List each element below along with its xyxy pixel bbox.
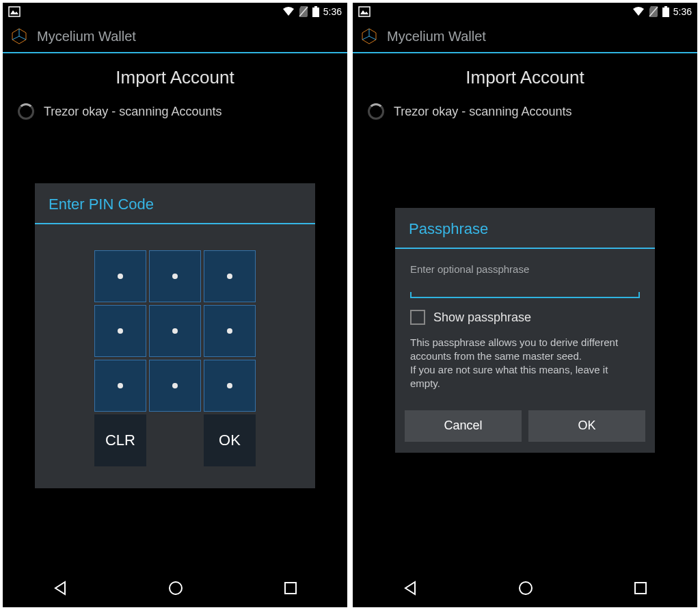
picture-icon	[358, 6, 371, 17]
scan-status-text: Trezor okay - scanning Accounts	[44, 105, 221, 119]
picture-icon	[8, 6, 21, 17]
back-button-icon[interactable]	[401, 579, 419, 597]
wifi-icon	[632, 7, 645, 16]
pin-keypad: CLR OK	[35, 231, 315, 475]
battery-icon	[662, 6, 669, 17]
svg-rect-4	[312, 8, 319, 17]
ok-button[interactable]: OK	[528, 410, 645, 442]
phone-screen-pin: 5:36 Mycelium Wallet Import Account Trez…	[3, 3, 347, 607]
app-logo-icon	[10, 27, 29, 46]
show-passphrase-label: Show passphrase	[433, 309, 531, 326]
no-sim-icon	[649, 6, 658, 17]
pin-key-7[interactable]	[94, 250, 146, 302]
recents-button-icon[interactable]	[282, 580, 299, 596]
page-body: Import Account Trezor okay - scanning Ac…	[353, 53, 697, 569]
svg-rect-16	[662, 8, 669, 17]
svg-line-20	[369, 36, 376, 40]
svg-line-19	[362, 36, 369, 40]
svg-marker-1	[10, 10, 18, 14]
battery-icon	[312, 6, 319, 17]
page-title: Import Account	[362, 67, 688, 88]
pin-key-5[interactable]	[149, 305, 201, 357]
cancel-button[interactable]: Cancel	[405, 410, 522, 442]
wifi-icon	[282, 7, 295, 16]
pin-key-6[interactable]	[204, 305, 256, 357]
svg-rect-0	[9, 7, 20, 16]
progress-spinner-icon	[368, 103, 384, 120]
scan-status-row: Trezor okay - scanning Accounts	[12, 103, 338, 120]
svg-marker-9	[55, 582, 65, 594]
home-button-icon[interactable]	[167, 579, 185, 597]
clock-text: 5:36	[673, 6, 692, 17]
svg-point-10	[170, 582, 182, 594]
pin-key-4[interactable]	[94, 305, 146, 357]
svg-rect-3	[314, 6, 317, 8]
status-bar: 5:36	[353, 3, 697, 21]
app-header: Mycelium Wallet	[3, 21, 347, 53]
pin-key-2[interactable]	[149, 360, 201, 412]
back-button-icon[interactable]	[51, 579, 69, 597]
pin-key-blank	[149, 414, 201, 466]
progress-spinner-icon	[18, 103, 34, 120]
android-navbar	[353, 569, 697, 607]
passphrase-dialog: Passphrase Enter optional passphrase Sho…	[395, 208, 655, 453]
svg-point-22	[520, 582, 532, 594]
svg-line-8	[19, 36, 26, 40]
app-title: Mycelium Wallet	[387, 29, 486, 44]
app-header: Mycelium Wallet	[353, 21, 697, 53]
status-bar: 5:36	[3, 3, 347, 21]
home-button-icon[interactable]	[517, 579, 535, 597]
svg-marker-21	[405, 582, 415, 594]
page-body: Import Account Trezor okay - scanning Ac…	[3, 53, 347, 569]
passphrase-help-text: This passphrase allows you to derive dif…	[410, 336, 640, 391]
passphrase-placeholder: Enter optional passphrase	[410, 263, 640, 276]
svg-rect-15	[664, 6, 667, 8]
show-passphrase-row[interactable]: Show passphrase	[410, 309, 640, 326]
svg-marker-13	[360, 10, 368, 14]
pin-key-1[interactable]	[94, 360, 146, 412]
scan-status-row: Trezor okay - scanning Accounts	[362, 103, 688, 120]
phone-screen-passphrase: 5:36 Mycelium Wallet Import Account Trez…	[353, 3, 697, 607]
passphrase-dialog-title: Passphrase	[395, 208, 655, 249]
app-logo-icon	[360, 27, 379, 46]
pin-key-9[interactable]	[204, 250, 256, 302]
pin-clear-button[interactable]: CLR	[94, 414, 146, 466]
pin-key-3[interactable]	[204, 360, 256, 412]
pin-ok-button[interactable]: OK	[204, 414, 256, 466]
svg-rect-12	[359, 7, 370, 16]
show-passphrase-checkbox[interactable]	[410, 310, 425, 325]
svg-rect-11	[285, 583, 296, 594]
app-title: Mycelium Wallet	[37, 29, 136, 44]
pin-dialog-title: Enter PIN Code	[35, 183, 315, 224]
passphrase-input[interactable]	[410, 279, 640, 298]
pin-key-8[interactable]	[149, 250, 201, 302]
clock-text: 5:36	[323, 6, 342, 17]
pin-dialog: Enter PIN Code CLR OK	[35, 183, 315, 488]
android-navbar	[3, 569, 347, 607]
svg-line-7	[12, 36, 19, 40]
page-title: Import Account	[12, 67, 338, 88]
recents-button-icon[interactable]	[632, 580, 649, 596]
no-sim-icon	[299, 6, 308, 17]
scan-status-text: Trezor okay - scanning Accounts	[394, 105, 571, 119]
svg-rect-23	[635, 583, 646, 594]
